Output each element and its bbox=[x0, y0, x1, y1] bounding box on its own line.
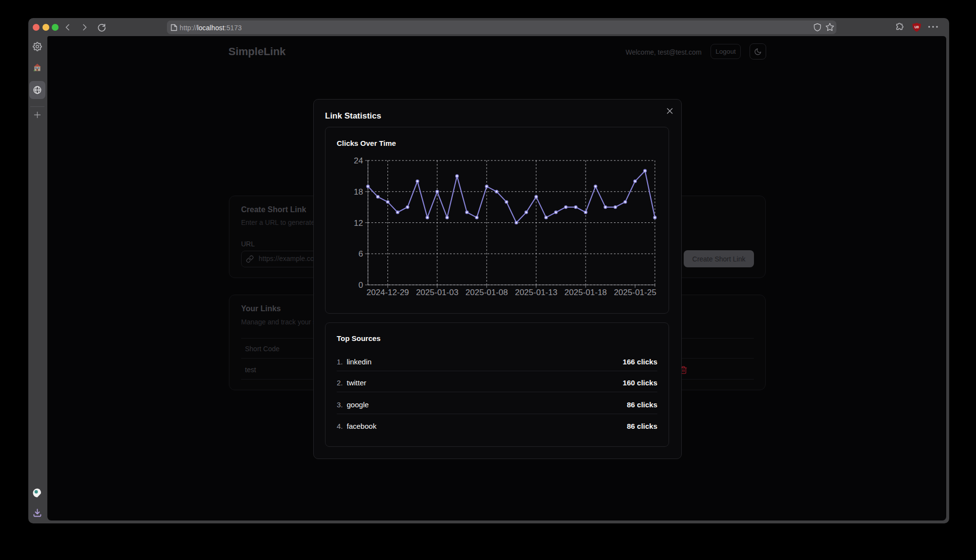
svg-text:2025-01-08: 2025-01-08 bbox=[466, 288, 508, 297]
svg-text:2025-01-18: 2025-01-18 bbox=[565, 288, 607, 297]
svg-text:0: 0 bbox=[359, 280, 363, 290]
svg-text:18: 18 bbox=[354, 187, 363, 197]
svg-text:U0: U0 bbox=[915, 25, 919, 29]
svg-text:24: 24 bbox=[354, 156, 363, 165]
svg-text:2025-01-13: 2025-01-13 bbox=[515, 288, 557, 297]
svg-text:2025-01-25: 2025-01-25 bbox=[614, 288, 656, 297]
svg-text:2025-01-03: 2025-01-03 bbox=[416, 288, 458, 297]
svg-text:12: 12 bbox=[354, 219, 363, 228]
svg-text:2024-12-29: 2024-12-29 bbox=[366, 288, 409, 297]
svg-text:6: 6 bbox=[359, 249, 363, 259]
